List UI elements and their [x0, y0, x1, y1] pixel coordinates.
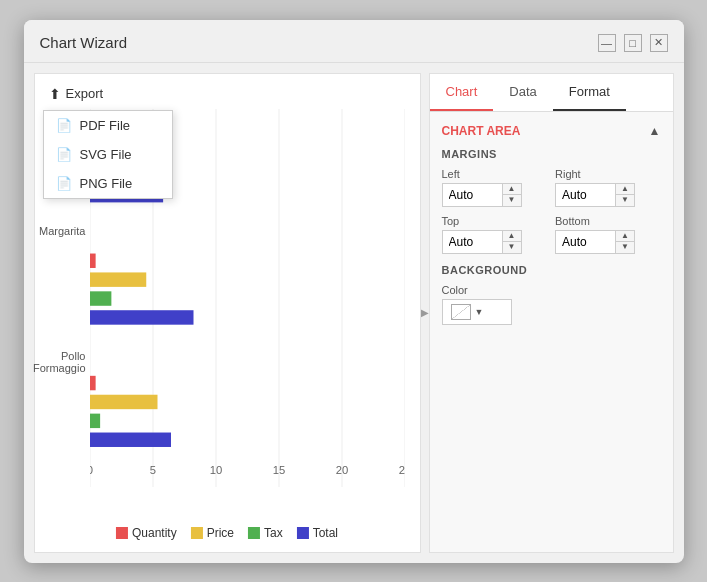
svg-icon: 📄 — [56, 147, 72, 162]
margin-left-input[interactable] — [443, 185, 502, 205]
margin-left-up[interactable]: ▲ — [503, 184, 521, 195]
margin-bottom-label: Bottom — [555, 215, 661, 227]
margin-bottom-spinner-btns: ▲ ▼ — [615, 231, 634, 253]
window-title: Chart Wizard — [40, 34, 128, 51]
margin-top-input[interactable] — [443, 232, 502, 252]
legend-price-color — [191, 527, 203, 539]
legend-tax-label: Tax — [264, 526, 283, 540]
y-label-margarita: Margarita — [39, 225, 85, 237]
export-pdf[interactable]: 📄 PDF File — [44, 111, 172, 140]
tab-format[interactable]: Format — [553, 74, 626, 111]
window-controls: — □ ✕ — [598, 34, 668, 52]
margins-grid: Left ▲ ▼ Right — [442, 168, 661, 254]
legend-total: Total — [297, 526, 338, 540]
svg-rect-14 — [90, 375, 96, 389]
y-label-pollo: Pollo Formaggio — [33, 350, 86, 374]
panel-divider[interactable]: ▶ — [421, 63, 429, 563]
margin-right-label: Right — [555, 168, 661, 180]
margin-bottom-field: Bottom ▲ ▼ — [555, 215, 661, 254]
margin-bottom-input[interactable] — [556, 232, 615, 252]
format-content: CHART AREA ▲ MARGINS Left ▲ ▼ — [430, 112, 673, 552]
divider-handle: ▶ — [421, 307, 429, 318]
svg-rect-13 — [90, 310, 194, 324]
svg-rect-17 — [90, 432, 171, 446]
color-label: Color — [442, 284, 661, 296]
margin-bottom-up[interactable]: ▲ — [616, 231, 634, 242]
legend-quantity: Quantity — [116, 526, 177, 540]
margin-left-down[interactable]: ▼ — [503, 195, 521, 206]
margin-left-spinner-btns: ▲ ▼ — [502, 184, 521, 206]
svg-rect-15 — [90, 394, 158, 408]
export-svg[interactable]: 📄 SVG File — [44, 140, 172, 169]
window-body: ⬆ Export 📄 PDF File 📄 SVG File 📄 PNG Fil… — [24, 63, 684, 563]
legend-price: Price — [191, 526, 234, 540]
margin-top-field: Top ▲ ▼ — [442, 215, 548, 254]
legend-total-color — [297, 527, 309, 539]
margin-bottom-down[interactable]: ▼ — [616, 242, 634, 253]
export-icon: ⬆ — [49, 86, 61, 102]
svg-rect-11 — [90, 272, 146, 286]
close-button[interactable]: ✕ — [650, 34, 668, 52]
legend-total-label: Total — [313, 526, 338, 540]
color-swatch — [451, 304, 471, 320]
chart-area-header: CHART AREA ▲ — [442, 124, 661, 138]
margin-left-field: Left ▲ ▼ — [442, 168, 548, 207]
pdf-label: PDF File — [80, 118, 131, 133]
color-picker-button[interactable]: ▼ — [442, 299, 512, 325]
tabs-bar: Chart Data Format — [430, 74, 673, 112]
background-color-section: Color ▼ — [442, 284, 661, 325]
svg-label: SVG File — [80, 147, 132, 162]
png-label: PNG File — [80, 176, 133, 191]
export-dropdown: 📄 PDF File 📄 SVG File 📄 PNG File — [43, 110, 173, 199]
export-button[interactable]: ⬆ Export — [43, 82, 110, 106]
margins-title: MARGINS — [442, 148, 661, 160]
margin-top-spinner: ▲ ▼ — [442, 230, 522, 254]
margin-top-label: Top — [442, 215, 548, 227]
margin-left-label: Left — [442, 168, 548, 180]
export-png[interactable]: 📄 PNG File — [44, 169, 172, 198]
chart-area-title: CHART AREA — [442, 124, 521, 138]
svg-text:10: 10 — [209, 463, 222, 475]
margin-right-up[interactable]: ▲ — [616, 184, 634, 195]
legend-tax-color — [248, 527, 260, 539]
chart-panel: ⬆ Export 📄 PDF File 📄 SVG File 📄 PNG Fil… — [34, 73, 421, 553]
legend-price-label: Price — [207, 526, 234, 540]
svg-rect-16 — [90, 413, 100, 427]
margin-right-down[interactable]: ▼ — [616, 195, 634, 206]
margin-right-input[interactable] — [556, 185, 615, 205]
svg-text:15: 15 — [272, 463, 285, 475]
tab-chart[interactable]: Chart — [430, 74, 494, 111]
title-bar: Chart Wizard — □ ✕ — [24, 20, 684, 63]
svg-rect-12 — [90, 291, 111, 305]
svg-text:20: 20 — [335, 463, 348, 475]
margin-right-spinner: ▲ ▼ — [555, 183, 635, 207]
background-title: BACKGROUND — [442, 264, 661, 276]
svg-text:5: 5 — [149, 463, 155, 475]
chart-wizard-window: Chart Wizard — □ ✕ ⬆ Export 📄 PDF File — [24, 20, 684, 563]
png-icon: 📄 — [56, 176, 72, 191]
margin-right-field: Right ▲ ▼ — [555, 168, 661, 207]
export-label: Export — [66, 86, 104, 101]
maximize-button[interactable]: □ — [624, 34, 642, 52]
margin-top-spinner-btns: ▲ ▼ — [502, 231, 521, 253]
chart-area-collapse[interactable]: ▲ — [649, 124, 661, 138]
margin-right-spinner-btns: ▲ ▼ — [615, 184, 634, 206]
chart-legend: Quantity Price Tax Total — [116, 526, 338, 540]
margin-top-up[interactable]: ▲ — [503, 231, 521, 242]
minimize-button[interactable]: — — [598, 34, 616, 52]
margin-left-spinner: ▲ ▼ — [442, 183, 522, 207]
pdf-icon: 📄 — [56, 118, 72, 133]
legend-quantity-color — [116, 527, 128, 539]
legend-tax: Tax — [248, 526, 283, 540]
color-picker-chevron: ▼ — [475, 307, 484, 317]
svg-rect-10 — [90, 253, 96, 267]
tab-data[interactable]: Data — [493, 74, 552, 111]
margin-bottom-spinner: ▲ ▼ — [555, 230, 635, 254]
right-panel: Chart Data Format CHART AREA ▲ MARGINS — [429, 73, 674, 553]
legend-quantity-label: Quantity — [132, 526, 177, 540]
svg-text:25: 25 — [398, 463, 404, 475]
svg-text:0: 0 — [90, 463, 93, 475]
margin-top-down[interactable]: ▼ — [503, 242, 521, 253]
export-area: ⬆ Export 📄 PDF File 📄 SVG File 📄 PNG Fil… — [43, 82, 110, 106]
